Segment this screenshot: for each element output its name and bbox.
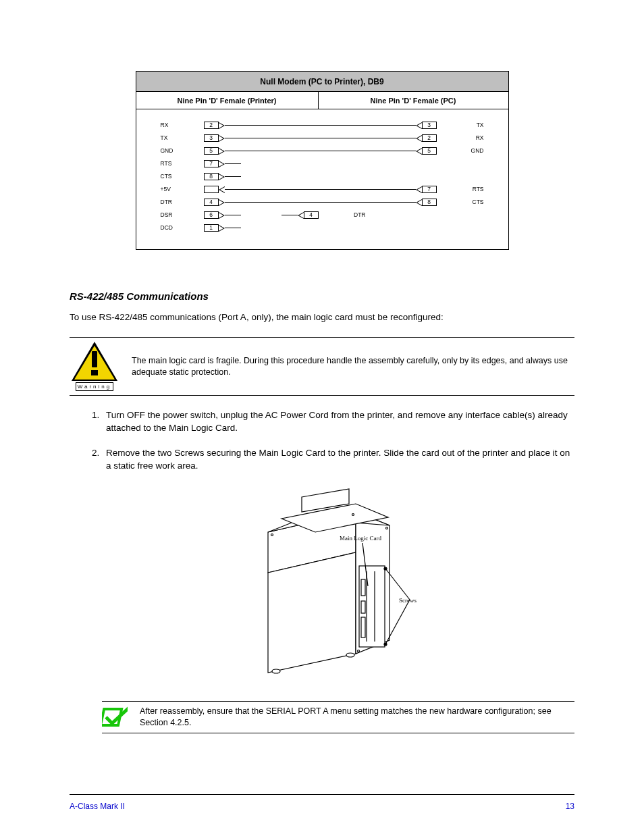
svg-point-21 xyxy=(386,527,388,529)
figure-label-mlc: Main Logic Card xyxy=(340,535,381,542)
svg-rect-9 xyxy=(361,579,365,596)
footer-right: 13 xyxy=(566,802,574,811)
pin-row: DSR64DTR xyxy=(161,209,484,221)
section-title: RS-422/485 Communications xyxy=(70,290,574,302)
col-left-header: Nine Pin 'D' Female (Printer) xyxy=(136,92,318,109)
svg-rect-11 xyxy=(361,617,365,637)
footer-left: A-Class Mark II xyxy=(70,802,125,811)
svg-point-20 xyxy=(352,513,354,515)
svg-rect-10 xyxy=(361,601,365,613)
svg-point-19 xyxy=(271,533,273,536)
warning-icon: Warning xyxy=(70,342,119,391)
intro-text: To use RS-422/485 communications (Port A… xyxy=(70,311,574,323)
page-footer: A-Class Mark II 13 xyxy=(70,794,574,811)
pin-row: RTS7 xyxy=(161,157,484,170)
steps-list: Turn OFF the power switch, unplug the AC… xyxy=(70,409,574,473)
warning-text: The main logic card is fragile. During t… xyxy=(132,355,574,378)
figure-label-screws: Screws xyxy=(399,597,417,604)
pin-row: +5V7RTS xyxy=(161,183,484,196)
warning-label: Warning xyxy=(76,382,114,391)
svg-point-15 xyxy=(384,643,387,646)
pin-row: DCD1 xyxy=(161,221,484,234)
svg-point-17 xyxy=(272,669,280,673)
pin-row: CTS8 xyxy=(161,170,484,183)
pin-row: RX23TX xyxy=(161,119,484,132)
checkmark-icon xyxy=(102,706,128,728)
printer-figure: Main Logic Card Screws xyxy=(70,485,574,681)
svg-point-18 xyxy=(346,653,354,657)
col-right-header: Nine Pin 'D' Female (PC) xyxy=(318,92,508,109)
pin-row: TX32RX xyxy=(161,132,484,145)
step-item: Turn OFF the power switch, unplug the AC… xyxy=(102,409,574,435)
wiring-diagram-cell: RX23TXTX32RXGND55GNDRTS7CTS8+5V7RTSDTR48… xyxy=(136,109,508,250)
svg-marker-1 xyxy=(268,552,356,673)
note-block: After reassembly, ensure that the SERIAL… xyxy=(102,701,574,733)
svg-point-22 xyxy=(358,650,360,652)
table-heading: Null Modem (PC to Printer), DB9 xyxy=(136,72,508,92)
warning-block: Warning The main logic card is fragile. … xyxy=(70,337,574,396)
step-item: Remove the two Screws securing the Main … xyxy=(102,447,574,473)
svg-point-14 xyxy=(384,567,387,570)
note-text: After reassembly, ensure that the SERIAL… xyxy=(140,706,574,729)
pin-row: GND55GND xyxy=(161,145,484,157)
wiring-table: Null Modem (PC to Printer), DB9 Nine Pin… xyxy=(136,71,509,250)
pin-row: DTR48CTS xyxy=(161,196,484,209)
